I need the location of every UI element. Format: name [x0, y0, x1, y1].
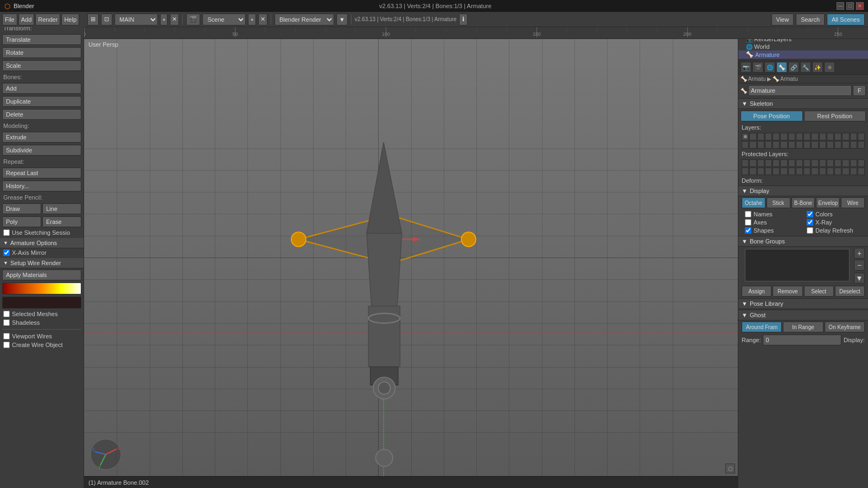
- pl-cell-18[interactable]: [749, 168, 756, 175]
- info-btn[interactable]: ℹ: [459, 14, 468, 25]
- pl-cell-26[interactable]: [811, 168, 818, 175]
- layer-cell-21[interactable]: [773, 141, 780, 149]
- prop-icon-physics[interactable]: ⚛: [824, 62, 835, 73]
- layer-cell-13[interactable]: [834, 133, 841, 140]
- pl-cell-21[interactable]: [773, 168, 780, 175]
- display-header[interactable]: ▼ Display: [738, 185, 868, 196]
- layer-cell-31[interactable]: [850, 141, 857, 149]
- delete-btn[interactable]: Delete: [2, 109, 81, 120]
- pl-cell-16[interactable]: [858, 159, 865, 167]
- prop-icon-render[interactable]: 📷: [741, 62, 751, 73]
- erase-btn[interactable]: Erase: [42, 216, 81, 227]
- layer-cell-20[interactable]: [765, 141, 772, 149]
- close-button[interactable]: ✕: [856, 2, 864, 10]
- layout-select[interactable]: MAIN: [114, 14, 158, 25]
- extrude-btn[interactable]: Extrude: [2, 132, 81, 143]
- pl-cell-1[interactable]: [742, 159, 749, 167]
- skeleton-header[interactable]: ▼ Skeleton: [738, 98, 868, 109]
- pl-cell-14[interactable]: [842, 159, 849, 167]
- prop-icon-scene[interactable]: 🎬: [752, 62, 763, 73]
- layer-cell-26[interactable]: [811, 141, 818, 149]
- layer-cell-6[interactable]: [780, 133, 787, 140]
- bg-add-btn[interactable]: +: [854, 248, 865, 259]
- setup-wire-header[interactable]: ▼ Setup Wire Render: [0, 258, 84, 268]
- around-frame-btn[interactable]: Around Fram: [742, 322, 782, 332]
- history-btn[interactable]: History...: [2, 181, 81, 191]
- pl-cell-15[interactable]: [850, 159, 857, 167]
- screen-layout-btn[interactable]: ⊞: [87, 14, 99, 25]
- assign-btn[interactable]: Assign: [742, 286, 771, 297]
- x-axis-mirror-checkbox[interactable]: [3, 249, 10, 256]
- render-engine-icon[interactable]: ▼: [336, 14, 348, 25]
- prop-icon-modifier[interactable]: 🔧: [800, 62, 811, 73]
- xray-checkbox[interactable]: [807, 219, 813, 226]
- translate-btn[interactable]: Translate: [2, 34, 81, 45]
- layer-cell-16[interactable]: [858, 133, 865, 140]
- layer-cell-12[interactable]: [827, 133, 834, 140]
- add-bone-btn[interactable]: Add: [2, 83, 81, 94]
- pl-cell-2[interactable]: [749, 159, 756, 167]
- pl-cell-23[interactable]: [788, 168, 795, 175]
- rest-position-btn[interactable]: Rest Position: [804, 111, 866, 121]
- layer-cell-25[interactable]: [803, 141, 810, 149]
- pl-cell-12[interactable]: [827, 159, 834, 167]
- envelope-btn[interactable]: Envelop: [816, 197, 840, 208]
- remove-btn[interactable]: Remove: [773, 286, 802, 297]
- shapes-checkbox[interactable]: [745, 227, 751, 234]
- pl-cell-24[interactable]: [796, 168, 803, 175]
- pl-cell-28[interactable]: [827, 168, 834, 175]
- selected-meshes-checkbox[interactable]: [3, 311, 10, 317]
- layer-cell-3[interactable]: [757, 133, 764, 140]
- pl-cell-5[interactable]: [773, 159, 780, 167]
- pl-cell-7[interactable]: [788, 159, 795, 167]
- layer-cell-30[interactable]: [842, 141, 849, 149]
- layer-cell-17[interactable]: [742, 141, 749, 149]
- pl-cell-13[interactable]: [834, 159, 841, 167]
- repeat-last-btn[interactable]: Repeat Last: [2, 168, 81, 178]
- bone-groups-header[interactable]: ▼ Bone Groups: [738, 236, 868, 247]
- pl-cell-30[interactable]: [842, 168, 849, 175]
- line-btn[interactable]: Line: [42, 203, 81, 214]
- use-sketching-checkbox[interactable]: [3, 229, 10, 236]
- in-range-btn[interactable]: In Range: [783, 322, 823, 332]
- bbone-btn[interactable]: B-Bone: [792, 197, 815, 208]
- prop-icon-particles[interactable]: ✨: [812, 62, 823, 73]
- layer-cell-28[interactable]: [827, 141, 834, 149]
- create-wire-checkbox[interactable]: [3, 342, 10, 348]
- stick-btn[interactable]: Stick: [767, 197, 790, 208]
- f-btn[interactable]: F: [853, 85, 866, 96]
- ghost-header[interactable]: ▼ Ghost: [738, 310, 868, 320]
- add-scene-btn[interactable]: +: [248, 14, 256, 25]
- pl-cell-9[interactable]: [803, 159, 810, 167]
- viewport-corner-expand[interactable]: ⬡: [725, 464, 735, 473]
- layer-cell-19[interactable]: [757, 141, 764, 149]
- names-checkbox[interactable]: [745, 211, 751, 217]
- viewport-wires-checkbox[interactable]: [3, 333, 10, 339]
- search-btn[interactable]: Search: [796, 14, 825, 25]
- layer-cell-22[interactable]: [780, 141, 787, 149]
- maximize-button[interactable]: □: [846, 2, 854, 10]
- render-engine-select[interactable]: Blender Render: [275, 14, 334, 25]
- on-keyframe-btn[interactable]: On Keyframe: [825, 322, 865, 332]
- layer-cell-32[interactable]: [858, 141, 865, 149]
- layer-cell-23[interactable]: [788, 141, 795, 149]
- minimize-button[interactable]: —: [837, 2, 844, 10]
- armature-options-header[interactable]: ▼ Armature Options: [0, 238, 84, 248]
- pl-cell-32[interactable]: [858, 168, 865, 175]
- pl-cell-3[interactable]: [757, 159, 764, 167]
- pl-cell-11[interactable]: [819, 159, 826, 167]
- menu-render[interactable]: Render: [35, 14, 60, 25]
- layer-cell-9[interactable]: [803, 133, 810, 140]
- pl-cell-31[interactable]: [850, 168, 857, 175]
- range-input[interactable]: [763, 335, 841, 345]
- apply-materials-btn[interactable]: Apply Materials: [2, 269, 81, 280]
- pose-library-header[interactable]: ▼ Pose Library: [738, 298, 868, 309]
- tree-item-world[interactable]: 🌐 World: [738, 43, 868, 50]
- prop-icon-world[interactable]: 🌐: [764, 62, 775, 73]
- remove-scene-btn[interactable]: ✕: [258, 14, 267, 25]
- subdivide-btn[interactable]: Subdivide: [2, 145, 81, 156]
- menu-help[interactable]: Help: [61, 14, 79, 25]
- remove-screen-btn[interactable]: ✕: [170, 14, 179, 25]
- layer-cell-8[interactable]: [796, 133, 803, 140]
- pl-cell-10[interactable]: [811, 159, 818, 167]
